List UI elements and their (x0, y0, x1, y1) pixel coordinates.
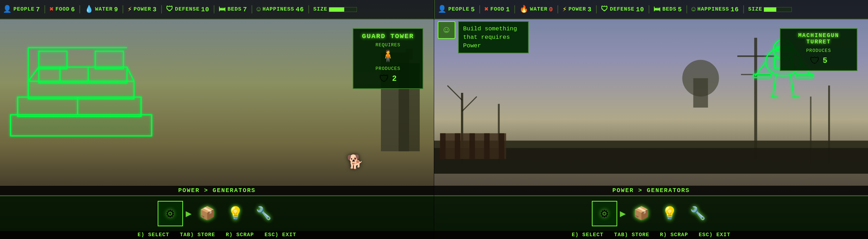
hud-people: 👤 PEOPLE 7 (3, 6, 40, 13)
r-shield-produce-icon: 🛡 (810, 55, 820, 67)
r-defense-icon: 🛡 (601, 6, 608, 13)
r-food-label: FOOD (490, 6, 504, 12)
r-size-bar (764, 7, 792, 12)
defense-label: DEFENSE (175, 6, 200, 12)
requires-person-icon: 🧍 (381, 49, 395, 63)
water-label: WATER (95, 6, 113, 12)
defense-value: 10 (201, 6, 210, 13)
right-bottom-hud: POWER > GENERATORS ⚙ ▶ 📦 💡 🔧 E) (434, 185, 868, 239)
r-happiness-label: HAPPINESS (697, 6, 729, 12)
svg-line-13 (28, 67, 39, 81)
r-size-bar-fill (764, 7, 776, 12)
svg-rect-35 (455, 133, 460, 159)
r-water-label: WATER (530, 6, 548, 12)
hud-size: SIZE (313, 6, 357, 12)
r-power-icon: ⚡ (563, 6, 567, 13)
r-hud-size: SIZE (748, 6, 792, 12)
produces-value: 2 (392, 74, 396, 83)
size-label: SIZE (313, 6, 327, 12)
r-produces-value: 5 (823, 56, 827, 65)
svg-rect-44 (796, 74, 813, 78)
right-game-panel: 👤 PEOPLE 5 | ✖ FOOD 1 | 🔥 WATER 0 | ⚡ PO… (434, 0, 868, 239)
svg-rect-16 (95, 51, 123, 69)
beds-label: BEDS (227, 6, 242, 12)
carousel-item-generator-large[interactable]: ⚙ (158, 201, 183, 226)
tooltip-line1: Build something that requires (463, 25, 517, 41)
r-beds-value: 5 (678, 6, 682, 13)
divider-4: | (159, 5, 164, 14)
dog-figure: 🐕 (347, 154, 363, 170)
hud-food: ✖ FOOD 6 (49, 6, 75, 13)
beds-value: 7 (243, 6, 247, 13)
r-defense-label: DEFENSE (610, 6, 635, 12)
right-item-carousel: ⚙ ▶ 📦 💡 🔧 (434, 196, 868, 231)
guard-tower-info-box: GUARD TOWER REQUIRES 🧍 PRODUCES 🛡 2 (353, 28, 423, 89)
water-value: 9 (114, 6, 119, 13)
left-game-panel: 👤 PEOPLE 7 | ✖ FOOD 6 | 💧 WATER 9 | ⚡ PO… (0, 0, 434, 239)
happiness-label: HAPPINESS (262, 6, 294, 12)
vault-boy-avatar: ☺ (438, 21, 455, 39)
produces-row: 🛡 2 (359, 73, 417, 85)
divider-2: | (77, 5, 82, 14)
defense-icon: 🛡 (166, 6, 174, 13)
left-breadcrumb: POWER > GENERATORS (0, 185, 434, 196)
r-hud-beds: 🛏 BEDS 5 (654, 6, 682, 13)
carousel-arrow-right: ▶ (186, 208, 192, 220)
left-bottom-hud: POWER > GENERATORS ⚙ ▶ 📦 💡 🔧 E) (0, 185, 434, 239)
r-divider-6: | (684, 5, 689, 14)
svg-rect-37 (484, 133, 490, 159)
r-beds-icon: 🛏 (654, 6, 661, 13)
carousel-item-stake[interactable]: 🔧 (251, 201, 276, 226)
power-icon: ⚡ (128, 6, 132, 13)
r-carousel-item-bulb[interactable]: 💡 (657, 201, 682, 226)
svg-rect-15 (39, 51, 67, 69)
r-divider-7: | (741, 5, 746, 14)
turret-title: MACHINEGUN TURRET (786, 32, 851, 45)
r-defense-value: 10 (636, 6, 644, 13)
divider-7: | (306, 5, 311, 14)
r-bulb-icon: 💡 (662, 206, 678, 221)
produces-label: PRODUCES (359, 66, 417, 71)
r-carousel-item-generator-large[interactable]: ⚙ (592, 201, 617, 226)
svg-rect-36 (469, 133, 475, 159)
r-carousel-arrow-right: ▶ (620, 208, 626, 220)
hud-defense: 🛡 DEFENSE 10 (166, 6, 210, 13)
svg-rect-43 (753, 74, 771, 78)
hud-water: 💧 WATER 9 (85, 6, 119, 13)
r-generator-large-icon: ⚙ (601, 206, 608, 221)
r-beds-label: BEDS (662, 6, 676, 12)
bulb-icon: 💡 (227, 206, 243, 221)
size-bar-fill (329, 7, 344, 12)
r-happiness-value: 16 (730, 6, 739, 13)
right-breadcrumb: POWER > GENERATORS (434, 185, 868, 196)
r-hud-water: 🔥 WATER 0 (520, 6, 553, 13)
svg-rect-38 (499, 133, 504, 159)
food-value: 6 (71, 6, 75, 13)
r-divider-1: | (477, 5, 482, 14)
r-produces-label: PRODUCES (786, 48, 851, 53)
r-carousel-item-generator-small[interactable]: 📦 (629, 201, 654, 226)
divider-5: | (212, 5, 217, 14)
tooltip-line2: Power (463, 42, 481, 49)
r-store-hint: TAB) STORE (614, 232, 649, 238)
carousel-item-bulb[interactable]: 💡 (223, 201, 248, 226)
guard-tower-title: GUARD TOWER (359, 32, 417, 40)
power-value: 3 (153, 6, 157, 13)
people-value: 7 (36, 6, 40, 13)
size-bar (329, 7, 357, 12)
r-happiness-icon: ☺ (691, 6, 696, 13)
shield-produce-icon: 🛡 (379, 73, 389, 85)
left-item-carousel: ⚙ ▶ 📦 💡 🔧 (0, 196, 434, 231)
r-hud-food: ✖ FOOD 1 (484, 6, 510, 13)
r-carousel-item-stake[interactable]: 🔧 (685, 201, 710, 226)
r-power-value: 3 (588, 6, 592, 13)
r-scrap-hint: R) SCRAP (660, 232, 688, 238)
svg-line-27 (462, 97, 477, 112)
r-hud-power: ⚡ POWER 3 (563, 6, 592, 13)
select-hint: E) SELECT (138, 232, 169, 238)
happiness-value: 46 (296, 6, 304, 13)
carousel-item-generator-small[interactable]: 📦 (194, 201, 220, 226)
right-controls-bar: E) SELECT TAB) STORE R) SCRAP ESC) EXIT (434, 231, 868, 239)
staircase-wireframe (7, 30, 155, 143)
r-size-label: SIZE (748, 6, 762, 12)
